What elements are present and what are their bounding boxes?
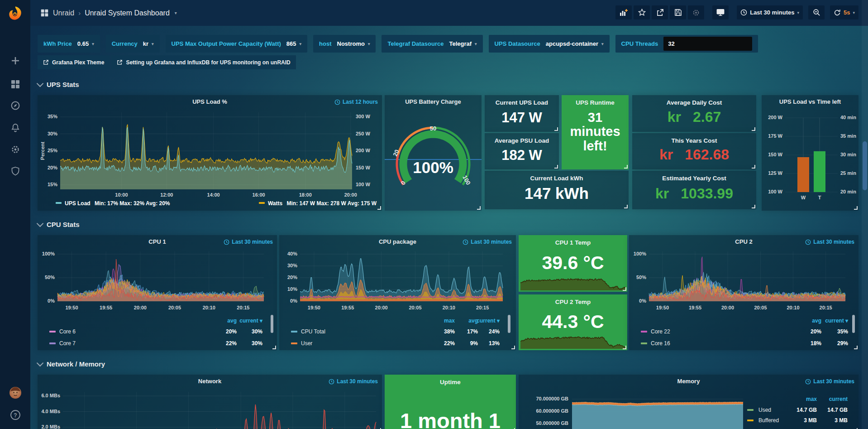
stat-label[interactable]: CPU 1 Temp	[519, 239, 627, 246]
cpu-threads-input[interactable]	[663, 37, 752, 51]
legend-scrollbar[interactable]	[271, 315, 273, 333]
legend-swatch	[747, 419, 754, 421]
breadcrumb-app[interactable]: Unraid	[53, 9, 74, 17]
cycle-view-mode-button[interactable]	[712, 5, 729, 19]
axis-tick: 30 min	[840, 152, 858, 157]
settings-button[interactable]	[688, 5, 704, 19]
dashboards-icon[interactable]	[0, 75, 30, 93]
refresh-button[interactable]: 5s ▾	[830, 5, 858, 19]
variable-value-dropdown[interactable]: 865▾	[286, 40, 301, 47]
panel-title[interactable]: UPS Battery Charge	[385, 98, 482, 105]
grafana-logo[interactable]	[0, 4, 30, 24]
legend-series-name[interactable]: CPU Total	[301, 328, 325, 335]
axis-tick: 70.000000 GB	[519, 396, 568, 401]
legend-column-header[interactable]: current	[819, 396, 848, 402]
external-link-icon	[43, 59, 49, 65]
share-button[interactable]	[652, 5, 668, 19]
add-panel-button[interactable]	[615, 5, 632, 19]
stat-label[interactable]: Estimated Yearly Cost	[632, 175, 756, 182]
variable-value-dropdown[interactable]: apcupsd-container▾	[546, 40, 604, 47]
time-range-indicator[interactable]: Last 30 minutes	[329, 378, 378, 385]
axis-tick: 175 W	[763, 133, 782, 139]
legend-series-name[interactable]: Used	[758, 407, 771, 413]
alerting-icon[interactable]	[0, 119, 30, 137]
dashboard-title[interactable]: Unraid System Dashboard	[85, 9, 170, 17]
legend-column-header[interactable]: current ▾	[819, 318, 848, 324]
time-range-indicator[interactable]: Last 30 minutes	[224, 239, 273, 245]
axis-tick: 150 W	[356, 165, 377, 170]
zoom-out-button[interactable]	[808, 5, 825, 19]
panel-title[interactable]: UPS Load vs Time left	[762, 98, 858, 105]
stat-label[interactable]: Uptime	[385, 379, 516, 386]
variable-value-dropdown[interactable]: Telegraf▾	[449, 40, 477, 47]
ups-load-vs-time-chart: WT200 W175 W150 W125 W100 W40 min35 min3…	[762, 95, 858, 211]
legend-column-header[interactable]: avg	[792, 318, 821, 324]
section-ups-stats[interactable]: UPS Stats	[38, 81, 79, 88]
legend-item[interactable]: UPS Load Min: 17% Max: 32% Avg: 20%	[56, 200, 170, 207]
temp-sparkline	[520, 274, 625, 290]
section-cpu-stats[interactable]: CPU Stats	[38, 221, 80, 228]
chevron-down-icon[interactable]: ▾	[175, 10, 177, 15]
clock-icon	[334, 99, 340, 105]
external-link-icon	[117, 59, 123, 65]
breadcrumb: Unraid › Unraid System Dashboard ▾	[40, 9, 177, 17]
link-ups-monitoring-guide[interactable]: Setting up Grafana and InfluxDB for UPS …	[111, 55, 296, 69]
stat-label[interactable]: Current UPS Load	[485, 99, 559, 106]
stat-label[interactable]: CPU 2 Temp	[519, 299, 627, 305]
time-range-indicator[interactable]: Last 30 minutes	[463, 239, 512, 245]
configuration-icon[interactable]	[0, 140, 30, 159]
variable-value-dropdown[interactable]: kr▾	[143, 40, 154, 47]
dashboards-grid-icon[interactable]	[40, 9, 49, 17]
avatar[interactable]	[0, 384, 30, 402]
stat-value: kr2.67	[632, 109, 756, 125]
time-range-indicator[interactable]: Last 12 hours	[334, 99, 378, 105]
legend-column-header[interactable]: current ▾	[471, 318, 500, 324]
legend-item[interactable]: Watts Min: 147 W Max: 278 W Avg: 175 W	[259, 200, 377, 207]
stat-label[interactable]: Average Daily Cost	[632, 99, 756, 106]
page-scrollbar[interactable]	[862, 0, 868, 429]
variable-value-dropdown[interactable]: Nostromo▾	[337, 40, 370, 47]
link-grafana-plex-theme[interactable]: Grafana Plex Theme	[38, 55, 110, 69]
legend-series-name[interactable]: Core 6	[59, 328, 76, 335]
legend-series-name[interactable]: Core 22	[651, 328, 670, 335]
section-network-memory[interactable]: Network / Memory	[38, 360, 105, 368]
legend-column-header[interactable]: avg	[208, 318, 237, 324]
axis-tick: T	[814, 195, 825, 200]
time-range-indicator[interactable]: Last 30 minutes	[805, 378, 854, 385]
page-scrollbar-thumb[interactable]	[863, 141, 867, 190]
stat-label[interactable]: UPS Runtime	[562, 99, 629, 106]
time-range-picker[interactable]: Last 30 minutes ▾	[737, 5, 803, 19]
explore-icon[interactable]	[0, 96, 30, 115]
add-panel-icon	[620, 9, 628, 16]
axis-tick: 19:55	[685, 305, 705, 310]
panel-estimated-yearly-cost: Estimated Yearly Cost kr1033.99	[632, 171, 756, 209]
legend-column-header[interactable]: max	[788, 396, 817, 402]
help-icon[interactable]: ?	[0, 406, 30, 424]
stat-label[interactable]: This Years Cost	[632, 137, 756, 144]
axis-tick: 20:15	[472, 305, 492, 310]
stat-label[interactable]: Current Load kWh	[485, 175, 629, 182]
panel-ups-load-vs-time-left: UPS Load vs Time left WT200 W175 W150 W1…	[762, 95, 858, 211]
panel-title[interactable]: UPS Load %	[38, 98, 382, 105]
axis-tick: 25 min	[840, 170, 858, 176]
panel-cpu-package: CPU package Last 30 minutes 40%30%20%10%…	[279, 235, 516, 350]
legend-series-name[interactable]: Buffered	[758, 417, 779, 424]
legend-scrollbar[interactable]	[852, 315, 855, 333]
save-button[interactable]	[670, 5, 686, 19]
legend-scrollbar[interactable]	[508, 315, 510, 333]
legend-series-name[interactable]: Core 16	[651, 340, 670, 347]
axis-tick: 19:50	[62, 305, 81, 310]
create-icon[interactable]	[0, 52, 30, 70]
variable-label: kWh Price	[43, 40, 72, 47]
legend-column-header[interactable]: current ▾	[234, 318, 262, 324]
star-button[interactable]	[634, 5, 650, 19]
variable-label: UPS Datasource	[495, 40, 540, 47]
variable-value-dropdown[interactable]: 0.65▾	[77, 40, 94, 47]
server-admin-icon[interactable]	[0, 162, 30, 180]
time-range-indicator[interactable]: Last 30 minutes	[805, 239, 854, 245]
stat-label[interactable]: Average PSU Load	[485, 137, 559, 144]
axis-tick: 100%	[630, 251, 646, 256]
legend-series-name[interactable]: Core 7	[59, 340, 76, 347]
legend-series-name[interactable]: User	[301, 340, 312, 347]
y-axis-label: Percent	[40, 140, 45, 162]
